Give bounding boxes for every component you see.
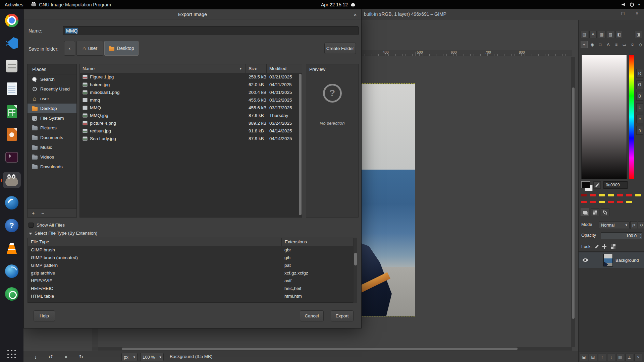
paths-tab[interactable] [601,208,609,216]
file-type-row[interactable]: HEIF/HEIC heic,heif [28,285,353,292]
column-header-size[interactable]: Size [246,64,267,73]
file-row[interactable]: picture 4.png 889.2 kB 03/24/2025 [80,119,302,127]
tool-tab-icon[interactable]: ◇ [637,41,644,48]
layers-tab[interactable] [581,208,589,216]
palette-swatch[interactable] [590,194,596,196]
dockable-tab-icon[interactable]: ▤ [581,31,588,38]
channel-toggle[interactable]: h [636,126,643,135]
place-file-system[interactable]: File System [28,113,76,123]
breadcrumb-desktop[interactable]: Desktop [104,41,139,56]
file-row[interactable]: MMQ 455.6 kB 03/17/2025 [80,104,302,112]
channel-toggle[interactable]: G [636,80,643,89]
file-list-scrollbar[interactable] [299,73,302,217]
file-row[interactable]: Sea Lady.jpg 87.9 kB 04/14/2025 [80,135,302,142]
channel-toggle[interactable]: L [636,103,643,112]
column-header-extensions[interactable]: Extensions [281,238,353,246]
tool-tab-icon[interactable]: ¤ [629,41,636,48]
dock-libreoffice-impress[interactable] [3,126,21,142]
unit-dropdown[interactable]: px ▾ [121,353,138,361]
file-type-row[interactable]: GIMP brush gbr [28,246,353,254]
dock-text-editor[interactable] [3,81,21,97]
maximize-icon[interactable]: □ [620,11,626,16]
tool-tab-icon[interactable]: ≡ [613,41,620,48]
opacity-spin-down-icon[interactable]: ▾ [640,236,641,239]
dockable-tab-icon[interactable]: ◧ [615,31,623,38]
dialog-close-icon[interactable]: × [352,11,359,18]
cancel-button[interactable]: Cancel [300,310,324,321]
dock-firefox[interactable] [3,263,21,279]
mode-swap-button[interactable]: ⇄ [630,221,637,229]
column-header-name[interactable]: Name ▼ [80,64,246,73]
active-app-indicator[interactable]: GNU Image Manipulation Program [31,2,111,7]
activities-button[interactable]: Activities [5,2,23,7]
dock-gimp[interactable] [3,172,21,188]
dockable-tab-icon[interactable]: ▧ [607,31,614,38]
breadcrumb-back-button[interactable]: ‹ [64,41,75,56]
file-type-row[interactable]: JPEG image jpg,jpeg,jpe [28,300,353,303]
file-row[interactable]: Figure 1.jpg 258.5 kB 03/21/2025 [80,73,302,81]
place-desktop[interactable]: Desktop [28,104,76,113]
opacity-spin-up-icon[interactable]: ▴ [640,233,641,236]
file-type-expander-label[interactable]: Select File Type (By Extension) [35,231,97,236]
layer-row-background[interactable]: Background [579,252,644,268]
file-type-row[interactable]: GIMP brush (animated) gih [28,254,353,261]
palette-swatch[interactable] [626,201,632,203]
palette-swatch[interactable] [635,194,641,196]
show-apps-grid-icon[interactable] [7,350,16,359]
refresh-icon-button[interactable]: ↻ [76,353,86,361]
duplicate-layer-button[interactable]: ▥ [616,354,624,361]
lock-pixels-icon[interactable] [595,244,599,248]
vertical-ruler[interactable] [92,328,98,347]
dock-terminal[interactable] [3,149,21,165]
tool-tab-icon[interactable]: ▭ [621,41,628,48]
place-music[interactable]: Music [28,142,76,152]
help-button[interactable]: Help [34,310,55,321]
place-user-home[interactable]: ⌂ user [28,94,76,104]
hue-strip[interactable] [629,55,634,179]
place-documents[interactable]: Documents [28,133,76,142]
show-all-files-checkbox[interactable] [29,223,34,228]
palette-swatch[interactable] [626,194,632,196]
clock[interactable]: Apr 22 15:12 [321,2,348,7]
dock-vscode[interactable] [3,35,21,51]
palette-swatch[interactable] [581,201,587,203]
dock-help[interactable]: ? [3,218,21,234]
foreground-color-swatch[interactable] [581,181,590,188]
place-recently-used[interactable]: Recently Used [28,84,76,94]
palette-swatch[interactable] [608,194,614,196]
breadcrumb-user[interactable]: ⌂ user [76,41,103,56]
hex-color-input[interactable]: 0a0909 [603,181,628,189]
channel-toggle[interactable]: c [636,115,643,123]
dockable-tab-icon[interactable]: A [589,31,597,38]
lock-alpha-icon[interactable] [611,244,615,249]
palette-swatch[interactable] [617,194,623,196]
delete-layer-button[interactable]: × [634,354,642,361]
channels-tab[interactable] [591,208,599,216]
dock-files[interactable] [3,58,21,74]
filename-input[interactable]: MMQ [63,26,359,35]
dock-vlc[interactable] [3,240,21,256]
file-type-row[interactable]: GIMP pattern pat [28,261,353,269]
tool-tab-icon[interactable]: □ [597,41,604,48]
column-header-modified[interactable]: Modified [267,64,302,73]
minimize-icon[interactable]: – [606,11,612,16]
save-icon-button[interactable]: ↓ [31,353,40,361]
lower-layer-button[interactable]: ↓ [607,354,615,361]
palette-swatch[interactable] [617,201,623,203]
layer-visibility-eye-icon[interactable] [583,258,588,262]
palette-swatch[interactable] [590,201,596,203]
anchor-layer-button[interactable]: ⊥ [625,354,633,361]
dockable-tab-icon[interactable]: ▦ [598,31,605,38]
file-row[interactable]: MMQ.jpg 87.9 kB Thursday [80,112,302,119]
notification-bell-icon[interactable] [351,3,355,6]
file-list-scrollbar-thumb[interactable] [299,74,302,215]
mode-reset-button[interactable]: ↺ [638,221,644,229]
dialog-titlebar[interactable]: Export Image × [24,9,361,19]
delete-icon-button[interactable]: × [61,353,71,361]
place-downloads[interactable]: Downloads [28,162,76,172]
place-pictures[interactable]: Pictures [28,123,76,133]
file-row[interactable]: miaobian1.png 200.4 kB 04/01/2025 [80,88,302,96]
file-row[interactable]: hairen.jpg 62.0 kB 04/11/2025 [80,81,302,88]
palette-swatch[interactable] [599,201,605,203]
file-row[interactable]: redsun.jpg 91.8 kB 04/14/2025 [80,127,302,135]
